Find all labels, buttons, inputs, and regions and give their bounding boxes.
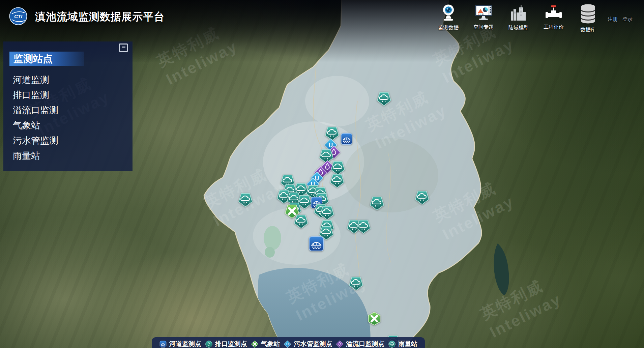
panel-item-weather[interactable]: 气象站 bbox=[3, 118, 133, 133]
cross-flags-icon bbox=[251, 340, 259, 348]
nav-item-database[interactable]: 数据库 bbox=[579, 3, 597, 33]
register-link[interactable]: 注册 bbox=[608, 16, 618, 23]
legend-item-weather_leg[interactable]: 气象站 bbox=[251, 340, 280, 348]
webcam-icon bbox=[439, 3, 458, 24]
cloud-rain-icon bbox=[329, 173, 345, 188]
map-legend: 河道监测点排口监测点气象站U污水管监测点溢流口监测点雨量站 bbox=[152, 337, 425, 348]
cloud-rain-icon bbox=[293, 213, 309, 229]
nav-item-project-evaluation[interactable]: 工程评价 bbox=[544, 3, 564, 30]
panel-title[interactable]: 监测站点 bbox=[9, 52, 84, 66]
cloud-rain-icon bbox=[348, 276, 364, 291]
nav-item-label: 工程评价 bbox=[544, 24, 564, 30]
rain-gauge-marker[interactable] bbox=[329, 173, 345, 190]
cloud-rain-icon bbox=[356, 219, 371, 234]
legend-item-overflow[interactable]: 溢流口监测点 bbox=[336, 340, 384, 348]
legend-label: 气象站 bbox=[261, 340, 280, 348]
pipe-valve-icon bbox=[545, 3, 563, 23]
monitor-chart-icon bbox=[474, 3, 493, 23]
app-title: 滇池流域监测数据展示平台 bbox=[35, 10, 165, 24]
nav-item-label: 监测数据 bbox=[438, 25, 459, 31]
river-monitor-marker[interactable] bbox=[340, 132, 353, 147]
legend-item-rain_leg[interactable]: 雨量站 bbox=[388, 340, 417, 348]
nav-item-label: 陆域模型 bbox=[508, 25, 529, 31]
droplet-icon bbox=[336, 340, 344, 348]
letter-u-icon: U bbox=[284, 340, 291, 348]
legend-item-river[interactable]: 河道监测点 bbox=[159, 340, 201, 348]
cloud-rain-icon bbox=[388, 340, 396, 348]
station-panel: 监测站点 河道监测排口监测溢流口监测气象站污水管监测雨量站 bbox=[3, 41, 133, 171]
river-monitor-marker[interactable] bbox=[308, 235, 325, 254]
rain-gauge-marker[interactable] bbox=[376, 91, 392, 108]
droplet-icon bbox=[205, 340, 213, 348]
collapse-panel-button[interactable] bbox=[119, 44, 128, 52]
rain-gauge-marker[interactable] bbox=[356, 219, 371, 235]
svg-text:CTI: CTI bbox=[14, 13, 23, 19]
cloud-rain-icon bbox=[238, 192, 253, 207]
legend-label: 排口监测点 bbox=[215, 340, 247, 348]
cloud-rain-icon bbox=[369, 195, 385, 211]
legend-label: 河道监测点 bbox=[169, 340, 201, 348]
cross-flags-icon bbox=[367, 311, 382, 326]
panel-item-overflow[interactable]: 溢流口监测 bbox=[3, 103, 133, 118]
panel-item-outlet[interactable]: 排口监测 bbox=[3, 88, 133, 103]
rain-gauge-marker[interactable] bbox=[348, 276, 364, 292]
bridge-icon bbox=[308, 235, 325, 253]
svg-text:U: U bbox=[286, 342, 289, 346]
panel-item-river[interactable]: 河道监测 bbox=[3, 72, 133, 88]
header-bar: CTI 滇池流域监测数据展示平台 监测数据空间专题陆域模型工程评价数据库 注册 … bbox=[0, 0, 644, 34]
legend-label: 雨量站 bbox=[398, 340, 417, 348]
nav-item-land-model[interactable]: 陆域模型 bbox=[508, 3, 529, 31]
panel-list: 河道监测排口监测溢流口监测气象站污水管监测雨量站 bbox=[3, 72, 133, 164]
minus-icon bbox=[122, 47, 125, 48]
legend-label: 溢流口监测点 bbox=[346, 340, 384, 348]
bridge-icon bbox=[159, 340, 167, 348]
legend-item-sewage[interactable]: U污水管监测点 bbox=[284, 340, 332, 348]
rain-gauge-marker[interactable] bbox=[369, 195, 385, 212]
nav-menu: 监测数据空间专题陆域模型工程评价数据库 bbox=[438, 1, 608, 33]
nav-item-monitoring-data[interactable]: 监测数据 bbox=[438, 3, 459, 31]
rain-gauge-marker[interactable] bbox=[238, 192, 253, 209]
platform-logo: CTI bbox=[9, 7, 28, 27]
cloud-rain-icon bbox=[376, 91, 392, 106]
bridge-icon bbox=[340, 132, 353, 146]
nav-item-spatial-topics[interactable]: 空间专题 bbox=[473, 3, 494, 30]
rain-gauge-marker[interactable] bbox=[293, 213, 309, 230]
application-window: 英特利威Inteliway英特利威Inteliway英特利威Inteliway英… bbox=[0, 0, 644, 348]
panel-item-rain[interactable]: 雨量站 bbox=[3, 148, 133, 164]
cloud-rain-icon bbox=[319, 205, 335, 220]
nav-item-label: 数据库 bbox=[581, 27, 596, 33]
rain-gauge-marker[interactable] bbox=[414, 190, 430, 206]
weather-station-marker[interactable] bbox=[367, 311, 382, 327]
panel-item-sewage[interactable]: 污水管监测 bbox=[3, 133, 133, 148]
legend-item-outlet[interactable]: 排口监测点 bbox=[205, 340, 247, 348]
database-icon bbox=[579, 3, 597, 26]
nav-item-label: 空间专题 bbox=[473, 24, 494, 30]
city-buildings-icon bbox=[509, 3, 528, 24]
login-link[interactable]: 登录 bbox=[622, 16, 633, 23]
cloud-rain-icon bbox=[414, 190, 430, 205]
legend-label: 污水管监测点 bbox=[294, 340, 332, 348]
